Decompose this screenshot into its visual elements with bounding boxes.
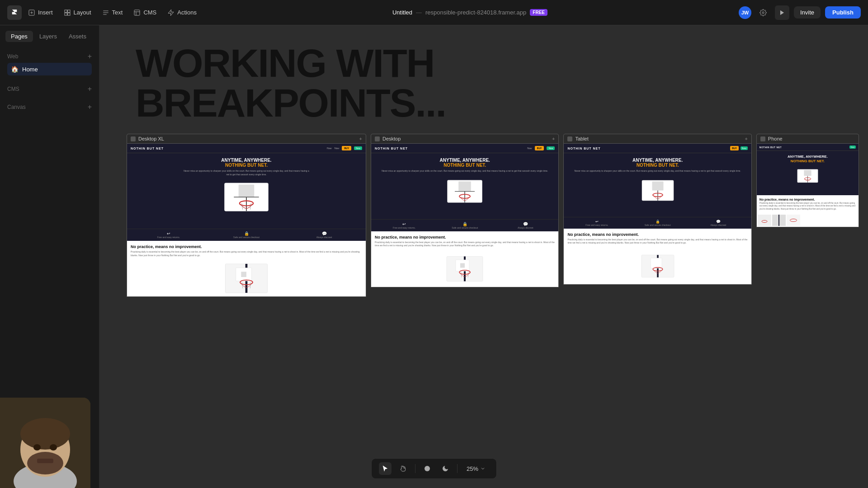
add-frame-tablet[interactable]: + [745,136,747,141]
frame-desktop-icon [375,136,380,141]
top-bar: Insert Layout Text CMS Actions Untitled … [0,0,868,25]
canvas[interactable]: WORKING WITH BREAKPOINTS... Desktop XL +… [99,25,868,488]
actions-button[interactable]: Actions [163,6,201,19]
dark-mode-toggle[interactable] [439,462,452,475]
svg-point-55 [50,444,57,450]
add-frame-desktop[interactable]: + [552,136,555,141]
user-avatar[interactable]: JW [739,6,751,19]
svg-point-54 [33,444,41,450]
svg-rect-31 [652,181,663,190]
headline-line2: BREAKPOINTS... [136,83,859,123]
svg-rect-21 [458,181,471,191]
cms-section: CMS + [0,80,99,98]
svg-rect-5 [65,13,67,15]
publish-button[interactable]: Publish [825,6,861,19]
svg-rect-11 [239,184,255,197]
preview-button[interactable] [775,5,789,20]
frame-tablet-icon [567,136,572,141]
add-frame-xl[interactable]: + [359,136,362,141]
headline-line1: WORKING WITH [136,43,859,83]
add-cms-button[interactable]: + [88,85,92,93]
frame-tablet-content: NOTHIN BUT NET BUY New ANYTIME, ANYWHERE… [563,144,751,285]
bottom-toolbar: 25% [371,458,497,479]
svg-point-8 [762,12,764,14]
topbar-center: Untitled — responsible-predict-824018.fr… [392,9,547,16]
features-xl: ↩Free and easy returns. 🔒Safe and secure… [127,229,366,241]
svg-rect-6 [67,13,70,15]
frame-phone-content: NOTHIN BUT NET New ANYTIME, ANYWHERE. NO… [756,144,859,227]
svg-marker-9 [780,10,784,15]
web-section-header: Web + [7,51,92,62]
hoop-svg-phone [793,165,822,190]
tab-layers[interactable]: Layers [34,31,62,42]
toolbar-separator [415,464,415,473]
webcam-overlay [0,398,90,488]
headline: WORKING WITH BREAKPOINTS... [136,43,859,123]
topbar-right: JW Invite Publish [739,5,861,20]
svg-point-48 [425,466,430,471]
hoop-svg-xl [215,180,278,221]
hoop-svg-desktop [440,176,490,212]
svg-point-53 [20,418,70,450]
bball-header-xl: NOTHIN BUT NET Nav Nav BUY New [127,144,366,153]
frame-tablet: Tablet + NOTHIN BUT NET BUY New [563,134,751,297]
svg-rect-4 [67,10,70,12]
svg-rect-58 [37,459,53,463]
insert-button[interactable]: Insert [24,6,57,19]
frame-phone-icon [760,136,765,141]
svg-rect-7 [134,10,140,15]
add-web-button[interactable]: + [88,53,92,60]
sidebar-tabs: Pages Layers Assets [0,31,99,47]
frame-desktop-xl: Desktop XL + NOTHIN BUT NET Nav Nav BUY … [127,134,366,297]
frame-phone: Phone NOTHIN BUT NET New ANYTIME, ANYWHE… [756,134,859,297]
webcam-person [0,398,90,488]
svg-rect-46 [787,215,800,226]
site-url: responsible-predict-824018.framer.app [425,9,526,16]
svg-rect-36 [651,258,662,268]
framer-logo[interactable] [7,5,22,20]
site-title: Untitled [392,9,412,16]
toolbar-separator-2 [457,464,458,473]
section-xl: No practice, means no improvement. Pract… [127,241,366,261]
frame-xl-icon [131,136,136,141]
hoop-svg-tablet [635,176,680,210]
frame-desktop-content: NOTHIN BUT NET Nav BUY New ANYTIME, ANYW… [371,144,559,287]
hoop2-desktop [442,253,487,285]
canvas-section: Canvas + [0,98,99,116]
home-icon: 🏠 [11,66,19,73]
hand-tool[interactable] [397,462,410,475]
invite-button[interactable]: Invite [794,6,821,19]
layout-button[interactable]: Layout [59,6,96,19]
free-badge: FREE [530,9,547,16]
settings-icon[interactable] [756,5,770,20]
cursor-tool[interactable] [379,462,392,475]
tab-pages[interactable]: Pages [5,31,33,42]
canvas-section-header: Canvas + [7,102,92,113]
svg-rect-3 [65,10,67,12]
web-section: Web + 🏠 Home [0,47,99,80]
zoom-control[interactable]: 25% [463,464,489,474]
circle-tool[interactable] [421,462,434,475]
text-button[interactable]: Text [98,6,127,19]
topbar-left: Insert Layout Text CMS Actions [7,5,201,20]
svg-rect-18 [241,272,246,277]
sidebar-item-home[interactable]: 🏠 Home [7,63,92,75]
svg-rect-39 [804,170,811,176]
hoop2-tablet [637,250,678,282]
frame-xl-content: NOTHIN BUT NET Nav Nav BUY New ANYTIME, … [127,144,366,297]
cms-button[interactable]: CMS [129,6,161,19]
cms-section-header: CMS + [7,84,92,94]
svg-rect-28 [460,263,465,267]
bball-hero-xl: ANYTIME, ANYWHERE. NOTHING BUT NET. Neve… [127,153,366,229]
frames-row: Desktop XL + NOTHIN BUT NET Nav Nav BUY … [127,134,859,297]
brand-xl: NOTHIN BUT NET [131,147,164,150]
frame-desktop: Desktop + NOTHIN BUT NET Nav BUY New [371,134,559,297]
tab-assets[interactable]: Assets [63,31,92,42]
hoop2-xl [219,263,274,294]
add-canvas-button[interactable]: + [88,103,92,111]
